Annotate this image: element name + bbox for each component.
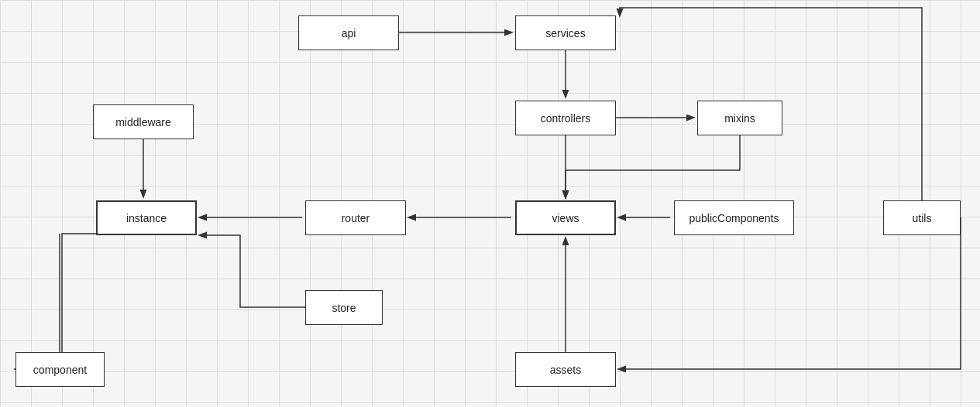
node-component: component bbox=[15, 352, 105, 387]
node-controllers: controllers bbox=[515, 101, 616, 135]
node-api: api bbox=[298, 15, 399, 50]
node-instance: instance bbox=[96, 200, 197, 235]
node-utils: utils bbox=[883, 200, 961, 235]
node-middleware: middleware bbox=[93, 104, 194, 139]
node-assets: assets bbox=[515, 352, 616, 387]
node-mixins: mixins bbox=[697, 101, 782, 135]
diagram: api services middleware controllers mixi… bbox=[0, 0, 980, 407]
node-views: views bbox=[515, 200, 616, 235]
node-services: services bbox=[515, 15, 616, 50]
node-public-components: publicComponents bbox=[674, 200, 794, 235]
node-store: store bbox=[305, 290, 383, 325]
node-router: router bbox=[305, 200, 406, 235]
